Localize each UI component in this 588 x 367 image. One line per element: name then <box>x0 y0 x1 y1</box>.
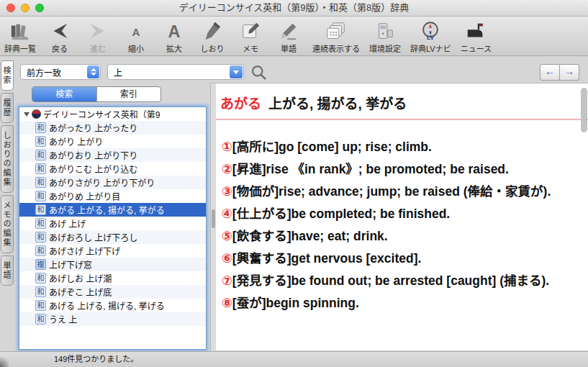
dictionary-name: デイリーコンサイス英和（第9 <box>43 108 160 120</box>
entry-type-badge: 和 <box>35 218 46 229</box>
entry-row[interactable]: 和あげ 上げ <box>19 217 206 230</box>
toolbar-bookmark-button[interactable]: しおり <box>198 19 227 54</box>
window-title: デイリーコンサイス英和（第9版）・和英（第8版）辞典 <box>0 0 588 16</box>
entry-type-badge: 和 <box>35 204 46 215</box>
preferences-icon <box>374 19 396 42</box>
toolbar-label: 単語 <box>281 42 297 54</box>
definition-number: ① <box>222 140 232 154</box>
enlarge-text-icon: A <box>163 19 185 42</box>
status-text: 149件見つかりました。 <box>54 355 138 363</box>
next-entry-button[interactable]: → <box>560 64 579 81</box>
entry-row[interactable]: 和あがりめ 上がり目 <box>19 189 206 203</box>
definition-text: [仕上がる]be completed; be finished. <box>232 207 450 221</box>
memo-icon <box>240 19 261 42</box>
entry-text: あがりこむ 上がり込む <box>49 163 137 175</box>
entry-text: あがる 上がる, 揚がる, 挙がる <box>49 204 165 216</box>
search-icon[interactable] <box>250 64 267 81</box>
sidebar-tab-search[interactable]: 検索 <box>1 60 14 91</box>
entry-row[interactable]: 和あげさげ 上げ下げ <box>19 244 206 258</box>
entry-row[interactable]: 和あがりおり 上がり下り <box>19 148 206 162</box>
entry-row[interactable]: 和あがりこむ 上がり込む <box>19 162 206 176</box>
shrink-text-icon: A <box>125 19 147 42</box>
back-icon <box>49 19 71 42</box>
definition-pane: あがる上がる, 揚がる, 挙がる ①[高所に]go [come] up; ris… <box>210 83 588 350</box>
sidebar-tab-bookmark-edit[interactable]: しおりの編集 <box>1 125 14 193</box>
minimize-button[interactable] <box>21 4 30 12</box>
definition-text: [興奮する]get nervous [excited]. <box>232 251 422 266</box>
toolbar-label: 辞典LVナビ <box>410 42 451 54</box>
entry-type-badge: 複 <box>35 259 46 270</box>
entry-row[interactable]: 複上げ下げ窓 <box>19 258 206 271</box>
entry-type-badge: 和 <box>35 273 46 284</box>
entry-text: あがりおり 上がり下り <box>49 149 137 161</box>
toolbar-news-button[interactable]: ニュース <box>461 19 492 54</box>
entry-row[interactable]: 和あげる 上げる, 揚げる, 挙げる <box>19 299 206 312</box>
entry-nav: ← → <box>540 64 579 81</box>
search-input[interactable]: 上 <box>114 66 122 78</box>
splitter-handle[interactable] <box>212 209 215 228</box>
entry-text: あがったり 上がったり <box>49 122 137 134</box>
close-button[interactable] <box>6 4 15 12</box>
toolbar-label: 戻る <box>52 42 68 54</box>
toolbar-back-button[interactable]: 戻る <box>45 19 74 54</box>
entry-text: うえ 上 <box>49 313 77 325</box>
toolbar-label: 環境設定 <box>369 42 401 54</box>
disclosure-triangle-icon[interactable] <box>24 112 30 117</box>
entry-type-badge: 和 <box>35 136 46 147</box>
sidebar-tab-history[interactable]: 履歴 <box>1 93 14 123</box>
segment-index[interactable]: 索引 <box>96 87 161 101</box>
match-type-select[interactable]: 前方一致 <box>20 64 101 80</box>
definition: ⑧[蚕が]begin spinning. <box>222 292 556 314</box>
entry-row[interactable]: 和あげおろし 上げ下ろし <box>19 230 206 244</box>
toolbar-continuous-view-button[interactable]: 連続表示する <box>312 19 360 54</box>
definition-number: ⑧ <box>222 296 232 310</box>
definition-number: ⑥ <box>222 251 232 266</box>
popup-stepper-icon <box>87 65 99 78</box>
definition-body: ①[高所に]go [come] up; rise; climb.②[昇進]ris… <box>211 120 588 314</box>
entry-row[interactable]: 和あがる 上がる, 揚がる, 挙がる <box>19 203 206 217</box>
definition-number: ② <box>222 162 232 176</box>
prev-entry-button[interactable]: ← <box>540 64 560 81</box>
sidebar-tab-memo-edit[interactable]: メモの編集 <box>1 195 14 253</box>
entry-row[interactable]: 和うえ 上 <box>19 312 206 326</box>
toolbar-preferences-button[interactable]: 環境設定 <box>369 19 401 54</box>
entry-type-badge: 和 <box>35 163 46 174</box>
search-row: 前方一致 上 ← → <box>20 63 584 81</box>
entry-text: あげしお 上げ潮 <box>49 272 112 284</box>
sidebar-tab-words[interactable]: 単語 <box>1 255 14 286</box>
entry-row[interactable]: 和あげしお 上げ潮 <box>19 271 206 285</box>
dictionary-icon <box>32 109 41 119</box>
definition-text: [発見する]be found out; be arrested [caught]… <box>232 273 549 288</box>
entry-type-badge: 和 <box>35 314 46 325</box>
toolbar-memo-button[interactable]: メモ <box>236 19 265 54</box>
toolbar-lv-navi-button[interactable]: LV辞典LVナビ <box>410 19 451 54</box>
definition: ③[物価が]rise; advance; jump; be raised (俸給… <box>222 181 556 203</box>
entry-row[interactable]: 和あがり 上がり <box>19 135 206 148</box>
entry-row[interactable]: 和あがったり 上がったり <box>19 121 206 135</box>
tree-root-row[interactable]: デイリーコンサイス英和（第9 <box>19 107 206 121</box>
entry-row[interactable]: 和あげぞこ 上げ底 <box>19 285 206 299</box>
toolbar-dictionary-list-button[interactable]: 辞典一覧 <box>4 19 36 54</box>
segment-search[interactable]: 検索 <box>32 87 96 101</box>
traffic-lights <box>6 4 44 12</box>
definition-number: ⑦ <box>222 273 232 288</box>
toolbar-label: しおり <box>201 42 225 54</box>
entry-text: あがり 上がり <box>49 135 103 148</box>
entry-text: 上げ下げ窓 <box>49 258 92 271</box>
window-corner <box>0 355 9 367</box>
toolbar-word-button[interactable]: 単語 <box>274 19 303 54</box>
content-scrollbar[interactable] <box>580 86 587 348</box>
status-bar: 149件見つかりました。 <box>0 351 588 367</box>
entry-row[interactable]: 和あがりさがり 上がり下がり <box>19 176 206 189</box>
definition-text: [蚕が]begin spinning. <box>232 296 359 310</box>
toolbar-enlarge-text-button[interactable]: A拡大 <box>160 19 189 54</box>
toolbar-label: 進む <box>90 42 106 54</box>
search-combobox[interactable]: 上 <box>107 64 244 80</box>
search-pane: 検索索引 デイリーコンサイス英和（第9 和あがったり 上がったり和あがり 上がり… <box>18 84 209 350</box>
definition: ④[仕上がる]be completed; be finished. <box>222 203 556 225</box>
zoom-button[interactable] <box>35 4 44 12</box>
entry-type-badge: 和 <box>35 191 46 201</box>
scrollbar-thumb[interactable] <box>581 88 587 132</box>
toolbar-shrink-text-button[interactable]: A縮小 <box>122 19 150 54</box>
chevron-down-icon[interactable] <box>230 65 243 78</box>
